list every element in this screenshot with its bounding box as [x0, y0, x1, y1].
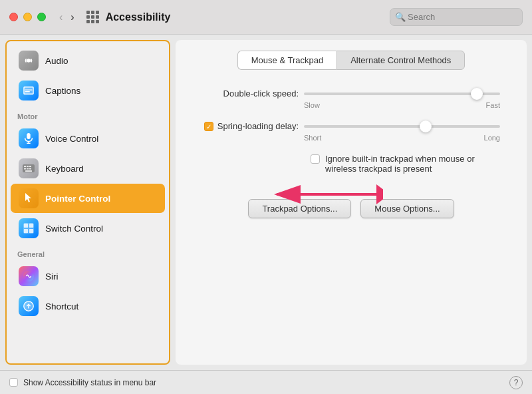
search-wrapper: 🔍	[390, 8, 523, 26]
double-click-fast-label: Fast	[486, 101, 500, 109]
back-button[interactable]: ‹	[57, 10, 65, 25]
switch-control-label: Switch Control	[45, 224, 103, 234]
double-click-slider-container	[304, 90, 500, 98]
double-click-label: Double-click speed:	[202, 89, 299, 98]
double-click-label-row: Double-click speed:	[202, 89, 500, 98]
traffic-lights	[9, 13, 46, 21]
app-grid-icon[interactable]	[86, 11, 99, 23]
ignore-trackpad-checkbox[interactable]	[311, 154, 320, 164]
audio-icon	[19, 51, 39, 71]
nav-buttons: ‹ ›	[57, 10, 77, 25]
mouse-options-button[interactable]: Mouse Options...	[360, 199, 454, 218]
shortcut-label: Shortcut	[45, 301, 78, 311]
svg-rect-13	[27, 168, 29, 170]
sidebar-item-audio[interactable]: Audio	[11, 46, 165, 75]
captions-label: Captions	[45, 86, 80, 96]
sidebar-item-captions[interactable]: Captions	[11, 76, 165, 105]
sidebar-item-voice-control[interactable]: Voice Control	[11, 124, 165, 153]
search-input[interactable]	[390, 8, 523, 26]
spring-loading-checkbox[interactable]: ✓	[204, 122, 213, 131]
sidebar-item-keyboard[interactable]: Keyboard	[11, 154, 165, 183]
sidebar-item-switch-control[interactable]: Switch Control	[11, 214, 165, 243]
sidebar-item-pointer-control[interactable]: Pointer Control	[11, 184, 165, 213]
tab-bar: Mouse & Trackpad Alternate Control Metho…	[189, 51, 513, 70]
captions-icon	[19, 81, 39, 100]
minimize-button[interactable]	[23, 13, 32, 21]
voice-control-icon	[19, 128, 39, 148]
bottom-buttons: Trackpad Options... Mouse Options...	[202, 186, 500, 218]
svg-rect-14	[29, 168, 31, 170]
double-click-slow-label: Slow	[304, 101, 320, 109]
status-bar-label: Show Accessibility status in menu bar	[23, 378, 156, 387]
svg-rect-11	[29, 166, 31, 167]
pointer-control-label: Pointer Control	[45, 194, 110, 204]
statusbar: Show Accessibility status in menu bar ?	[0, 370, 532, 394]
svg-point-0	[27, 59, 30, 62]
keyboard-label: Keyboard	[45, 164, 84, 174]
svg-rect-18	[29, 224, 33, 228]
pointer-control-icon	[19, 188, 39, 208]
ignore-trackpad-label: Ignore built-in trackpad when mouse or w…	[325, 154, 500, 174]
double-click-slider-thumb[interactable]	[471, 88, 483, 100]
sidebar-item-shortcut[interactable]: Shortcut	[11, 292, 165, 321]
svg-rect-10	[27, 166, 29, 167]
siri-label: Siri	[45, 272, 59, 282]
spring-loading-label: Spring-loading delay:	[217, 121, 299, 131]
double-click-slider-track	[304, 93, 500, 95]
voice-control-label: Voice Control	[45, 134, 98, 144]
tab-alternate-control[interactable]: Alternate Control Methods	[336, 51, 465, 70]
maximize-button[interactable]	[37, 13, 46, 21]
svg-rect-12	[24, 168, 26, 170]
spring-loading-long-label: Long	[484, 134, 500, 142]
audio-label: Audio	[45, 56, 68, 66]
shortcut-icon	[19, 296, 39, 316]
panel-content: Double-click speed: Slow Fast	[189, 83, 513, 224]
titlebar: ‹ › Accessibility 🔍	[0, 0, 532, 35]
switch-control-icon	[19, 218, 39, 238]
spring-loading-slider-container	[304, 122, 500, 130]
forward-button[interactable]: ›	[68, 10, 76, 25]
window-title: Accessibility	[106, 11, 390, 23]
search-icon: 🔍	[395, 12, 406, 22]
keyboard-icon	[19, 158, 39, 178]
general-section-label: General	[7, 244, 169, 261]
spring-loading-row: ✓ Spring-loading delay: Short Long	[202, 121, 500, 142]
svg-rect-15	[25, 170, 32, 172]
spring-loading-short-label: Short	[304, 134, 321, 142]
spring-loading-slider-thumb[interactable]	[420, 120, 432, 132]
tab-mouse-trackpad[interactable]: Mouse & Trackpad	[237, 51, 336, 70]
sidebar-items-list: Audio Captions Motor	[7, 41, 169, 325]
spring-loading-label-row: ✓ Spring-loading delay:	[202, 121, 500, 131]
sidebar: Audio Captions Motor	[5, 40, 170, 365]
svg-rect-19	[24, 229, 28, 233]
siri-icon	[19, 266, 39, 286]
svg-rect-20	[29, 229, 33, 233]
spring-loading-slider-track	[304, 125, 500, 128]
main-content: Audio Captions Motor	[0, 35, 532, 370]
svg-rect-9	[24, 166, 26, 167]
trackpad-options-button[interactable]: Trackpad Options...	[248, 199, 351, 218]
help-button[interactable]: ?	[509, 376, 523, 389]
status-bar-checkbox[interactable]	[9, 378, 18, 387]
close-button[interactable]	[9, 13, 18, 21]
double-click-row: Double-click speed: Slow Fast	[202, 89, 500, 109]
svg-rect-17	[24, 224, 28, 228]
ignore-trackpad-row: Ignore built-in trackpad when mouse or w…	[304, 154, 500, 174]
sidebar-item-siri[interactable]: Siri	[11, 262, 165, 291]
svg-rect-5	[27, 133, 30, 139]
right-panel: Mouse & Trackpad Alternate Control Metho…	[176, 40, 527, 365]
motor-section-label: Motor	[7, 106, 169, 123]
svg-rect-1	[23, 87, 34, 95]
right-content-wrapper: Mouse & Trackpad Alternate Control Metho…	[170, 35, 532, 370]
